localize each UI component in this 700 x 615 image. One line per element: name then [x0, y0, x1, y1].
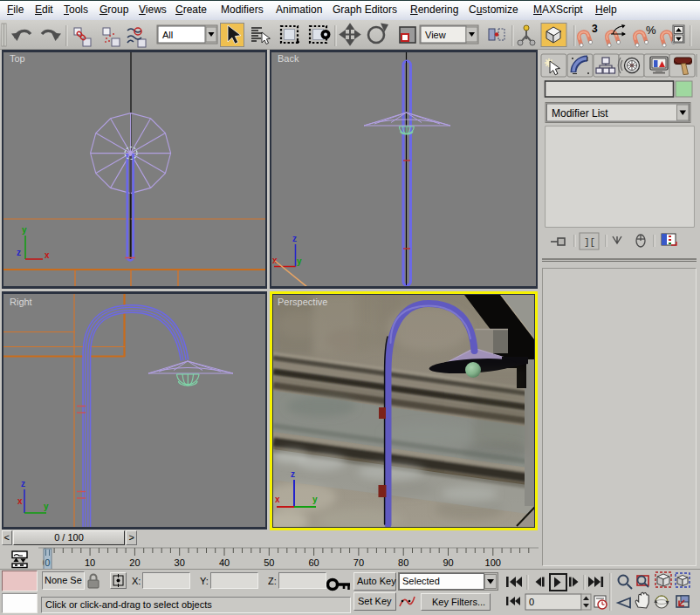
- svg-text:10: 10: [85, 557, 95, 568]
- svg-text:0: 0: [45, 557, 50, 568]
- svg-text:40: 40: [219, 557, 230, 568]
- svg-text:y: y: [297, 256, 302, 266]
- svg-text:z: z: [292, 234, 297, 243]
- svg-text:x: x: [17, 496, 23, 506]
- svg-text:%: %: [646, 24, 656, 37]
- svg-text:][: ][: [584, 237, 595, 248]
- svg-text:View: View: [425, 30, 446, 40]
- svg-text:y: y: [22, 225, 27, 235]
- svg-text:Modifier List: Modifier List: [552, 107, 608, 120]
- svg-text:z: z: [17, 248, 21, 257]
- svg-text:60: 60: [309, 557, 319, 568]
- svg-text:z: z: [21, 479, 25, 489]
- svg-text:x: x: [275, 495, 280, 504]
- svg-text:20: 20: [129, 557, 140, 568]
- svg-text:y: y: [312, 495, 318, 504]
- svg-text:80: 80: [398, 557, 408, 568]
- svg-text:30: 30: [175, 557, 185, 568]
- svg-text:50: 50: [264, 557, 274, 568]
- svg-text:100: 100: [485, 557, 501, 568]
- svg-text:z: z: [291, 469, 295, 479]
- svg-text:All: All: [162, 30, 173, 40]
- svg-text:y: y: [44, 502, 49, 511]
- svg-text:90: 90: [443, 557, 453, 568]
- svg-text:70: 70: [353, 557, 364, 568]
- svg-text:x: x: [272, 256, 278, 265]
- svg-text:0: 0: [529, 597, 534, 607]
- svg-text:x: x: [45, 250, 50, 260]
- svg-text:3: 3: [592, 23, 598, 35]
